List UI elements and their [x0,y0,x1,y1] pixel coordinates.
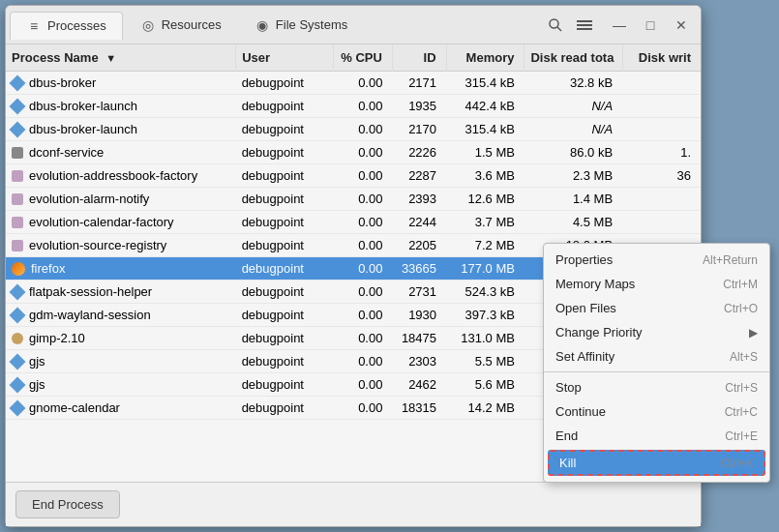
col-header-id[interactable]: ID [392,44,446,72]
menu-shortcut-properties: Alt+Return [703,253,758,267]
process-cpu: 0.00 [334,350,393,373]
minimize-button[interactable]: ― [604,10,635,41]
process-name-label: evolution-source-registry [29,238,166,252]
col-header-memory[interactable]: Memory [446,44,524,72]
process-id: 2205 [392,234,446,257]
search-button[interactable] [542,12,569,39]
menu-item-label-properties: Properties [555,252,613,267]
process-memory: 3.6 MB [446,164,524,188]
process-cpu: 0.00 [334,397,393,420]
process-id: 2462 [392,373,446,397]
resources-icon: ◎ [140,17,156,33]
gear-icon [12,147,23,159]
table-row[interactable]: dbus-brokerdebugpoint0.002171315.4 kB32.… [6,72,701,95]
process-memory: 1.5 MB [446,141,524,164]
menu-item-set-affinity[interactable]: Set AffinityAlt+S [544,344,769,369]
process-disk-read: 86.0 kB [524,141,622,164]
process-name-label: dbus-broker-launch [29,122,137,136]
menu-shortcut-continue: Ctrl+C [725,405,758,419]
tab-processes[interactable]: ≡ Processes [10,12,123,40]
menu-item-end[interactable]: EndCtrl+E [544,424,769,448]
menu-shortcut-stop: Ctrl+S [725,381,758,395]
process-name-label: gjs [29,354,45,369]
tab-filesystems[interactable]: ◉ File Systems [239,12,363,39]
process-cpu: 0.00 [334,72,393,95]
box-icon [12,217,23,228]
menu-item-kill[interactable]: KillCtrl+K [548,450,765,476]
menu-item-change-priority[interactable]: Change Priority▶ [544,320,769,344]
diamond-icon [10,307,26,323]
process-memory: 397.3 kB [446,304,524,327]
process-name-label: flatpak-session-helper [29,284,152,299]
menu-button[interactable] [571,12,598,39]
menu-item-memory-maps[interactable]: Memory MapsCtrl+M [544,272,769,296]
svg-line-1 [557,27,561,31]
col-header-cpu[interactable]: % CPU [334,44,393,72]
process-memory: 12.6 MB [446,188,524,211]
process-name-cell: dbus-broker-launch [12,99,230,113]
process-id: 2287 [392,164,446,188]
process-name-label: gimp-2.10 [29,331,85,345]
process-disk-read: N/A [524,95,622,118]
menu-item-label-stop: Stop [555,380,582,395]
table-row[interactable]: evolution-addressbook-factorydebugpoint0… [6,164,701,188]
table-row[interactable]: dbus-broker-launchdebugpoint0.002170315.… [6,118,701,141]
menu-item-stop[interactable]: StopCtrl+S [544,375,769,399]
col-header-disk-write[interactable]: Disk writ [622,44,701,72]
process-name-cell: evolution-source-registry [12,238,230,252]
diamond-icon [10,399,26,416]
process-cpu: 0.00 [334,234,393,257]
process-user: debugpoint [236,188,334,211]
process-memory: 524.3 kB [446,281,524,304]
menu-item-continue[interactable]: ContinueCtrl+C [544,399,769,424]
table-row[interactable]: dconf-servicedebugpoint0.0022261.5 MB86.… [6,141,701,164]
process-cpu: 0.00 [334,164,393,188]
filesystems-icon: ◉ [255,17,270,33]
process-id: 1935 [392,95,446,118]
diamond-icon [10,353,26,369]
menu-shortcut-open-files: Ctrl+O [724,302,758,315]
maximize-button[interactable]: □ [635,10,666,41]
end-process-button[interactable]: End Process [15,490,120,518]
process-id: 33665 [392,257,446,281]
diamond-icon [10,74,26,91]
menu-item-label-end: End [555,429,578,443]
process-cpu: 0.00 [334,304,393,327]
process-memory: 442.4 kB [446,95,524,118]
col-header-user[interactable]: User [236,44,334,72]
menu-item-open-files[interactable]: Open FilesCtrl+O [544,296,769,320]
process-disk-write: 36 [622,164,701,188]
svg-rect-2 [577,20,592,22]
bottom-bar: End Process [6,482,701,526]
table-header-row: Process Name ▼ User % CPU ID Memory [6,44,701,72]
process-disk-write: 1. [622,141,701,164]
process-disk-write [622,95,701,118]
col-header-disk-read[interactable]: Disk read tota [524,44,622,72]
close-button[interactable]: ✕ [666,10,697,41]
process-memory: 131.0 MB [446,327,524,350]
process-memory: 7.2 MB [446,234,524,257]
tab-resources[interactable]: ◎ Resources [125,12,237,39]
process-user: debugpoint [236,72,334,95]
process-disk-write [622,211,701,234]
process-name-cell: gdm-wayland-session [12,308,230,322]
col-header-name[interactable]: Process Name ▼ [6,44,236,72]
process-name-label: evolution-calendar-factory [29,215,174,229]
menu-item-properties[interactable]: PropertiesAlt+Return [544,248,769,272]
table-row[interactable]: evolution-calendar-factorydebugpoint0.00… [6,211,701,234]
tab-filesystems-label: File Systems [276,17,347,32]
process-id: 18315 [392,397,446,420]
menu-separator [544,371,769,372]
process-cpu: 0.00 [334,141,393,164]
process-user: debugpoint [236,234,334,257]
diamond-icon [10,121,26,137]
process-memory: 14.2 MB [446,397,524,420]
table-row[interactable]: evolution-alarm-notifydebugpoint0.002393… [6,188,701,211]
process-name-cell: evolution-calendar-factory [12,215,230,229]
context-menu: PropertiesAlt+ReturnMemory MapsCtrl+MOpe… [543,243,770,483]
process-memory: 5.6 MB [446,373,524,397]
process-name-cell: flatpak-session-helper [12,284,230,299]
table-row[interactable]: dbus-broker-launchdebugpoint0.001935442.… [6,95,701,118]
menu-item-label-memory-maps: Memory Maps [555,277,635,291]
titlebar: ≡ Processes ◎ Resources ◉ File Systems [6,6,701,44]
